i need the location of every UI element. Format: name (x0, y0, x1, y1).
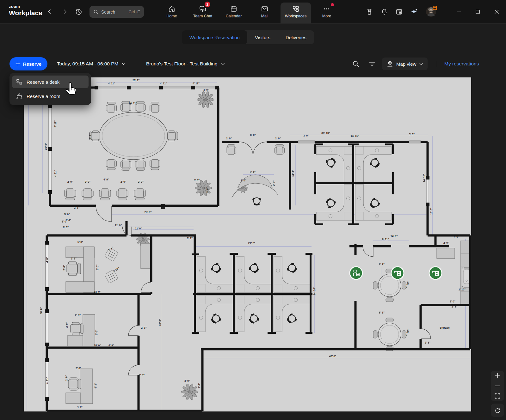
nav-calendar[interactable]: Calendar (218, 0, 249, 23)
tab-visitors[interactable]: Visitors (247, 30, 278, 44)
dim-label: 2' 3" (74, 206, 80, 209)
dim-label: 2' 6" (75, 313, 81, 317)
zoom-out-button[interactable] (491, 381, 504, 391)
zoom-in-button[interactable] (491, 371, 504, 381)
reserve-dropdown-menu: Reserve a desk Reserve a room (9, 73, 91, 105)
dim-label: Storage (440, 326, 450, 329)
maximize-button[interactable] (468, 0, 487, 23)
dim-label: 11' 8" (291, 170, 294, 177)
desk-marker-2[interactable] (391, 267, 404, 279)
floor-selector[interactable]: Bruno's Test Floor - Test Building (146, 57, 225, 70)
page-tabs: Workspace Reservation Visitors Deliverie… (182, 30, 314, 44)
desk-marker-3[interactable] (429, 267, 442, 279)
chevron-left-icon (47, 9, 52, 14)
nav-calendar-label: Calendar (226, 14, 242, 18)
datetime-selector[interactable]: Today, 09:15 AM - 06:00 PM (57, 57, 126, 70)
toolbar-divider (437, 61, 437, 67)
search-placeholder: Search (101, 9, 126, 15)
dim-label: 6' 1" (94, 383, 97, 388)
more-icon (323, 5, 330, 13)
dim-label: 5' 4" (250, 170, 256, 173)
tab-deliveries[interactable]: Deliveries (278, 30, 314, 44)
dim-label: 2' 3" (425, 341, 430, 344)
dim-label: 36' 10" (321, 131, 330, 135)
dim-label: 2' 0" (443, 241, 449, 244)
my-reservations-link[interactable]: My reservations (444, 57, 479, 70)
fit-screen-button[interactable] (491, 391, 504, 401)
map-search-button[interactable] (352, 60, 360, 68)
nav-home[interactable]: Home (156, 0, 187, 23)
dim-label: 18' 0" (94, 290, 101, 293)
ai-companion-button[interactable] (410, 8, 418, 16)
window-controls (449, 0, 506, 23)
dim-label: 4' 11" (54, 170, 57, 177)
filter-button[interactable] (368, 60, 376, 68)
nav-team-chat-label: Team Chat (193, 14, 212, 18)
search-icon (352, 60, 360, 68)
dim-label: 2' 0" (67, 180, 73, 183)
avatar[interactable] (426, 6, 436, 17)
dim-label: 4' 0" (77, 405, 83, 408)
dim-label: 8' 0" (250, 133, 256, 137)
minimize-button[interactable] (449, 0, 468, 23)
logo-zoom: zoom (9, 4, 42, 9)
dim-label: 4' 8" (46, 257, 49, 263)
schedule-button[interactable] (395, 8, 403, 15)
forward-button[interactable] (60, 6, 70, 17)
dim-label: 30' 0" (158, 319, 162, 326)
history-icon (75, 8, 83, 15)
dim-label: 2' 0" (226, 137, 232, 140)
nav-more[interactable]: More (311, 0, 342, 23)
close-button[interactable] (487, 0, 506, 23)
dim-label: 2' 6" (272, 180, 275, 186)
minus-icon (495, 383, 500, 389)
dim-label: 4' 11" (54, 120, 57, 127)
close-icon (495, 10, 499, 14)
dim-label: 3' 0" (194, 179, 200, 182)
dim-label: 6' 1" (379, 311, 385, 314)
map-refresh-control (491, 404, 504, 417)
dim-label: 8' 0" (450, 300, 455, 303)
dim-label: 40' 6" (329, 355, 336, 358)
fullscreen-icon (495, 393, 500, 399)
desk-marker-1[interactable] (350, 267, 362, 279)
bell-icon (380, 8, 388, 15)
chevron-down-icon (121, 62, 126, 66)
datetime-value: Today, 09:15 AM - 06:00 PM (57, 61, 118, 67)
map-zoom-controls (491, 371, 504, 401)
notifications-button[interactable] (380, 8, 388, 15)
search-icon (93, 9, 99, 15)
home-icon (168, 5, 176, 13)
nav-team-chat[interactable]: 2 Team Chat (187, 0, 218, 23)
back-button[interactable] (45, 6, 54, 17)
floor-plan-background (24, 77, 471, 411)
dim-label: 6' 1" (379, 262, 385, 265)
floor-plan-map[interactable]: 4' 11"28' 1"4' 11"4' 11"3' 0"14' 11"4' 1… (24, 77, 471, 411)
dim-label: 14' 0" (391, 234, 398, 238)
nav-workspaces[interactable]: Workspaces (280, 0, 311, 23)
connect-device-button[interactable] (366, 8, 373, 15)
dim-label: 2' 6" (71, 257, 77, 260)
dim-label: 4' 9" (108, 344, 114, 347)
refresh-button[interactable] (491, 404, 504, 417)
logo-workplace: Workplace (9, 9, 42, 16)
view-mode-selector[interactable]: Map view (382, 58, 428, 70)
titlebar: zoom Workplace Search Ctrl+E Home 2 (0, 0, 506, 24)
dim-label: 6' 0" (96, 265, 99, 270)
reserve-button[interactable]: Reserve (9, 57, 47, 70)
history-button[interactable] (73, 6, 84, 17)
nav-mail[interactable]: Mail (249, 0, 280, 23)
search-input[interactable]: Search Ctrl+E (89, 6, 144, 18)
dim-label: 9' 1" (89, 133, 92, 139)
dim-label: 2' 0" (85, 180, 90, 183)
dim-label: 1' 0" (241, 179, 246, 182)
main-nav: Home 2 Team Chat Calendar Mail (156, 0, 342, 23)
dim-label: 2' 0" (65, 375, 68, 381)
tab-workspace-reservation[interactable]: Workspace Reservation (182, 30, 247, 44)
dim-label: 11' 0" (135, 227, 142, 230)
dim-label: 2' 3" (452, 305, 457, 308)
dim-label: 23' 6" (145, 210, 152, 214)
office-chair (67, 262, 81, 276)
dim-label: 2' 0" (120, 180, 126, 183)
sparkle-icon (410, 8, 418, 16)
